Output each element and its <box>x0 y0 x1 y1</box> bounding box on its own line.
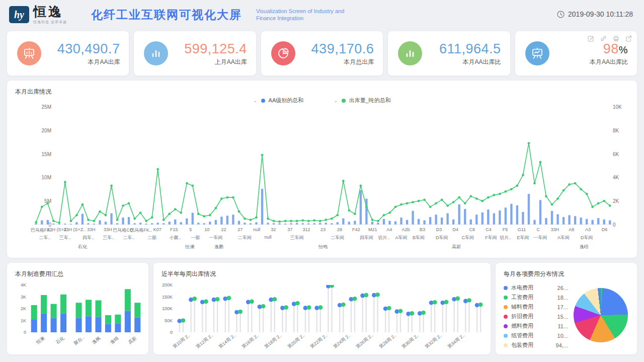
x-label: F5 <box>503 227 508 232</box>
x-label: 小聚.. <box>170 235 181 241</box>
bar-chart-icon <box>144 41 168 65</box>
axis-tick: 6K <box>613 151 633 157</box>
axis-tick: 50K <box>156 318 173 323</box>
link-icon[interactable] <box>600 35 607 42</box>
kpi-card-month-aa-ratio-pct: 98% 本月AA出库比 <box>515 31 637 76</box>
x-label: 第10周 2.. <box>172 332 192 350</box>
legend-value: 11... <box>557 323 568 329</box>
x-label: 第22周 2.. <box>309 332 329 350</box>
x-label: 二车间 <box>238 235 252 241</box>
combo-legend: ⌄ AA级别的总和 ⌄ 出库量_吨的总和 <box>7 97 637 104</box>
pie-legend-item[interactable]: 工资费用 18... <box>504 293 568 302</box>
panel-weekly-outbound: 近半年每周出库情况 050K100K150K200K 第10周 2..第12周 … <box>153 263 491 354</box>
page-subtitle: Visualization Screen of Industry and Fin… <box>256 8 347 22</box>
x-label: 三车.. <box>103 235 114 241</box>
x-label: 二部 <box>147 235 156 241</box>
x-label: D6 <box>602 227 608 232</box>
x-label: 高新 <box>127 335 138 346</box>
x-label: 10 <box>205 227 210 232</box>
kpi-value: 611,964.5 <box>422 41 501 57</box>
x-label: 28 <box>337 227 342 232</box>
pie-legend-item[interactable]: 纸管费用 10... <box>504 331 568 340</box>
legend-dot <box>504 334 508 338</box>
x-label: A8 <box>569 227 574 232</box>
x-label: D车间 <box>581 235 593 241</box>
pie-legend-item[interactable]: 折旧费用 15... <box>504 312 568 321</box>
panel-title: 本月制造费用汇总 <box>15 270 63 278</box>
legend-item-outbound-tons[interactable]: ⌄ 出库量_吨的总和 <box>334 97 391 104</box>
x-label: 逸锦 <box>109 335 120 346</box>
kpi-label: 本月总出库 <box>295 58 374 66</box>
x-label: 5 <box>189 227 192 232</box>
stacked-chart-svg <box>29 285 142 332</box>
kpi-card-lastmonth-aa-out: 599,125.4 上月AA出库 <box>134 31 256 76</box>
x-group-label: 恒澜 <box>185 244 194 250</box>
chevron-down-icon[interactable]: ⌄ <box>334 98 338 103</box>
panel-title: 本月出库情况 <box>15 88 51 96</box>
pie-legend-item[interactable]: 水电费用 26... <box>504 283 568 293</box>
legend-item-aa-total[interactable]: ⌄ AA级别的总和 <box>253 97 303 104</box>
x-label: 33H <box>551 227 559 232</box>
axis-tick: 0 <box>156 330 173 335</box>
axis-tick: 150K <box>156 295 173 300</box>
x-label: 三车间 <box>290 235 304 241</box>
panel-month-outbound: 本月出库情况 ⌄ AA级别的总和 ⌄ 出库量_吨的总和 05M10M15M20M… <box>7 81 637 258</box>
x-label: K07 <box>153 227 162 232</box>
pie-chart <box>574 288 628 342</box>
x-label: A2b <box>402 227 410 232</box>
combo-chart-area <box>33 107 613 225</box>
x-label: 第26周 2.. <box>355 332 375 350</box>
logo-mark-text: hy <box>14 9 24 21</box>
x-label: 37 <box>287 227 292 232</box>
axis-tick: 4K <box>613 175 633 180</box>
x-group-label: 石化 <box>78 244 87 250</box>
kpi-value: 430,490.7 <box>41 41 120 57</box>
page-title: 化纤工业互联网可视化大屏 <box>91 7 242 23</box>
x-label: 27 <box>237 227 243 232</box>
logo-company-name: 恒逸 <box>33 6 67 19</box>
x-label: 第12周 2.. <box>195 332 215 350</box>
x-label: B3 <box>420 227 425 232</box>
edit-icon[interactable] <box>588 35 594 42</box>
axis-tick: 4K <box>10 282 26 287</box>
pie-legend-item[interactable]: 燃料费用 11... <box>504 321 568 331</box>
x-label: A车间 <box>395 235 408 241</box>
bar-chart-icon <box>398 41 422 65</box>
kpi-label: 本月AA出库比 <box>422 58 501 66</box>
axis-tick: 8K <box>613 127 633 133</box>
x-label: null <box>265 235 272 240</box>
legend-dot <box>504 324 508 328</box>
pie-legend-item[interactable]: 辅料费用 17... <box>504 302 568 312</box>
panel-monthly-cost-distribution: 每月各项费用分布情况 水电费用 26... 工资费用 18... 辅料费用 17… <box>496 263 637 354</box>
x-label: D4 <box>453 227 459 232</box>
pie-chart-icon <box>271 41 295 65</box>
x-label: 一车间 <box>534 235 547 241</box>
lollipop-chart-area <box>176 285 485 332</box>
legend-dot <box>504 305 508 309</box>
x-label: M21 <box>368 227 377 232</box>
x-label: 第20周 2.. <box>286 332 306 350</box>
lollipop-chart-svg <box>176 285 485 332</box>
kpi-label: 本月AA出库比 <box>549 58 628 66</box>
x-label: 二车.. <box>123 235 135 241</box>
x-label: 石化 <box>54 335 65 346</box>
legend-dot-green <box>342 99 346 103</box>
clock-icon <box>557 11 565 18</box>
print-icon[interactable] <box>613 35 619 42</box>
x-label: 第30周 2.. <box>400 332 421 350</box>
x-label: F15 <box>170 227 178 232</box>
axis-tick: 3K <box>10 295 26 300</box>
export-icon[interactable] <box>625 35 632 42</box>
left-axis-ticks: 05M10M15M20M25M <box>11 107 31 225</box>
x-label: C <box>537 227 540 232</box>
x-label: 一车间 <box>209 235 222 241</box>
legend-value: 10... <box>557 333 568 339</box>
x-label: C车间 <box>462 235 474 241</box>
x-axis-row2: 二车..三车..四车..三车..二车..二部小聚..一部一车间二车间null三车… <box>33 235 613 241</box>
pie-legend-item[interactable]: 包装费用 94,... <box>504 340 568 349</box>
x-label: D车间 <box>436 235 448 241</box>
x-label: 第28周 2.. <box>378 332 398 350</box>
chevron-down-icon[interactable]: ⌄ <box>253 98 257 103</box>
x-label: 三车.. <box>59 235 71 241</box>
legend-label: 出库量_吨的总和 <box>349 97 391 104</box>
